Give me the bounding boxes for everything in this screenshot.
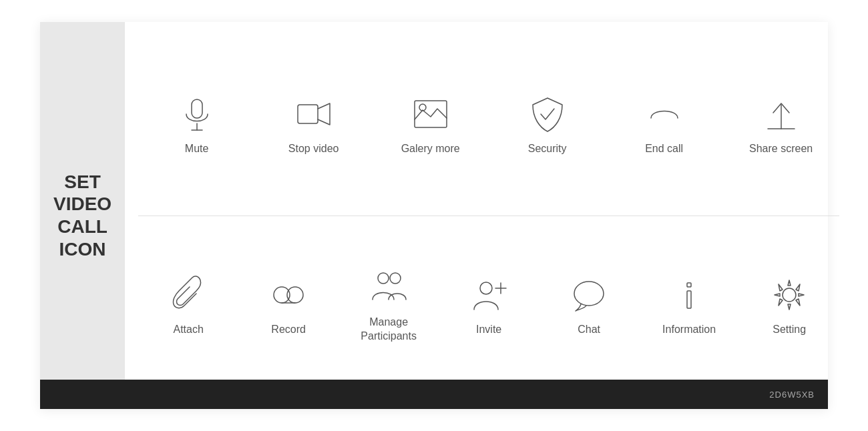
chat-icon [569,275,609,315]
attach-icon [168,275,208,315]
stop-video-icon [294,94,334,134]
card: SET VIDEO CALL ICON [40,22,828,409]
svg-point-13 [480,282,492,294]
bottom-bar: 2D6W5XB [40,380,828,409]
mute-label: Mute [185,142,209,156]
sidebar-title: SET VIDEO CALL ICON [53,171,112,260]
record-label: Record [271,323,306,337]
gallery-more-icon [411,94,451,134]
information-label: Information [662,323,716,337]
manage-participants-label: ManageParticipants [361,316,417,344]
setting-icon [769,275,809,315]
information-button[interactable]: Information [639,275,739,337]
row-1: Mute Stop video [138,42,839,209]
row-2: Attach Record [138,223,839,390]
attach-button[interactable]: Attach [138,275,238,337]
information-icon [669,275,709,315]
svg-rect-3 [298,105,318,123]
sidebar: SET VIDEO CALL ICON [40,22,125,409]
gallery-more-button[interactable]: Galery more [381,94,481,156]
stop-video-button[interactable]: Stop video [264,94,364,156]
invite-label: Invite [476,323,501,337]
share-screen-label: Share screen [749,142,813,156]
svg-rect-17 [687,283,691,287]
share-screen-button[interactable]: Share screen [731,94,831,156]
svg-point-12 [390,273,401,284]
watermark-id: 2D6W5XB [769,390,815,400]
chat-label: Chat [578,323,600,337]
share-screen-icon [761,94,801,134]
attach-label: Attach [173,323,203,337]
security-icon [527,94,568,134]
end-call-icon [644,94,684,134]
mute-icon [177,94,217,134]
end-call-button[interactable]: End call [614,94,714,156]
security-label: Security [528,142,567,156]
manage-participants-icon [369,268,409,308]
row-divider [138,216,839,216]
svg-rect-18 [687,291,691,308]
main-content: Mute Stop video [125,22,853,409]
svg-point-11 [378,273,389,284]
manage-participants-button[interactable]: ManageParticipants [339,268,439,344]
record-icon [268,275,308,315]
svg-point-16 [574,282,604,306]
setting-button[interactable]: Setting [739,275,839,337]
invite-icon [469,275,509,315]
svg-rect-0 [192,99,202,118]
svg-point-19 [783,288,796,302]
outer-container: SET VIDEO CALL ICON [0,0,868,431]
gallery-more-label: Galery more [401,142,460,156]
invite-button[interactable]: Invite [439,275,539,337]
chat-button[interactable]: Chat [539,275,639,337]
security-button[interactable]: Security [497,94,598,156]
end-call-label: End call [645,142,683,156]
mute-button[interactable]: Mute [147,94,247,156]
record-button[interactable]: Record [238,275,339,337]
setting-label: Setting [773,323,806,337]
stop-video-label: Stop video [288,142,339,156]
